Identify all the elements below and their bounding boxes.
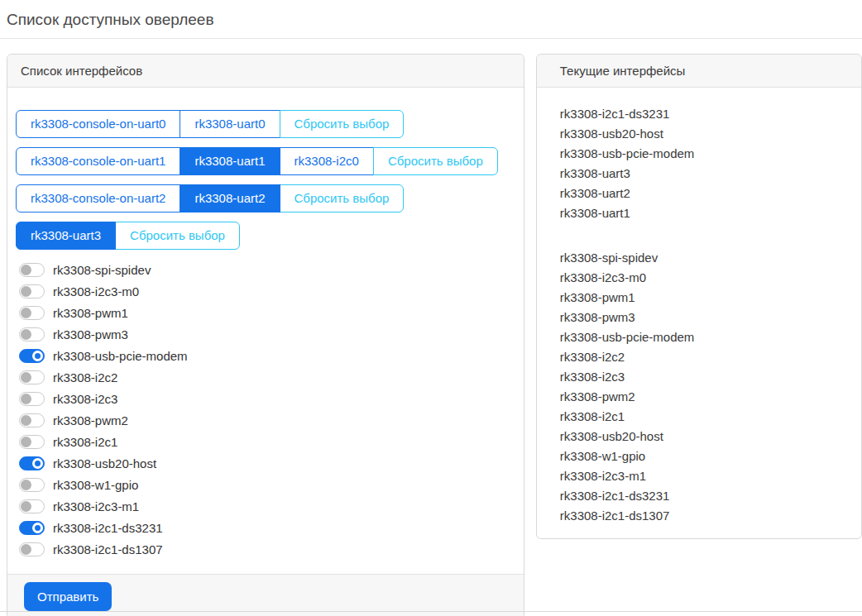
overlay-button-rk3308-console-on-uart1[interactable]: rk3308-console-on-uart1 <box>16 147 180 175</box>
reset-selection-button[interactable]: Сбросить выбор <box>280 110 405 138</box>
overlay-button-group: rk3308-uart3Сбросить выбор <box>16 222 240 250</box>
current-interfaces-card: Текущие интерфейсы rk3308-i2c1-ds3231rk3… <box>536 54 862 539</box>
toggle-switch-rk3308-i2c3-m0[interactable] <box>19 284 45 298</box>
toggle-switch-rk3308-i2c1-ds3231[interactable] <box>19 521 45 535</box>
toggle-label: rk3308-i2c2 <box>53 370 117 384</box>
toggle-knob <box>21 394 31 404</box>
current-interfaces-list: rk3308-i2c1-ds3231rk3308-usb20-hostrk330… <box>537 88 861 538</box>
overlay-button-rk3308-uart1[interactable]: rk3308-uart1 <box>180 147 280 175</box>
toggle-knob <box>32 523 43 533</box>
toggle-switch-rk3308-i2c3[interactable] <box>19 392 45 406</box>
interface-item: rk3308-usb20-host <box>560 127 663 141</box>
toggle-switch-rk3308-w1-gpio[interactable] <box>19 478 45 492</box>
interface-list-card-footer: Отправить <box>7 574 524 616</box>
interface-item: rk3308-usb-pcie-modem <box>560 330 695 344</box>
interface-item: rk3308-i2c3 <box>560 370 625 384</box>
interface-item: rk3308-pwm3 <box>560 310 635 324</box>
toggle-row: rk3308-pwm3 <box>19 323 515 345</box>
toggle-knob <box>21 480 31 490</box>
interface-item: rk3308-uart3 <box>560 166 630 180</box>
toggle-knob <box>21 329 31 340</box>
toggle-knob <box>21 544 31 555</box>
toggle-switch-rk3308-pwm1[interactable] <box>19 306 45 320</box>
toggle-row: rk3308-pwm1 <box>19 302 515 323</box>
overlay-button-rk3308-i2c0[interactable]: rk3308-i2c0 <box>280 147 374 175</box>
submit-button[interactable]: Отправить <box>24 582 112 611</box>
toggle-switch-rk3308-i2c3-m1[interactable] <box>19 499 45 513</box>
toggle-label: rk3308-i2c1-ds3231 <box>53 521 163 535</box>
toggle-label: rk3308-pwm3 <box>53 327 128 341</box>
interface-item: rk3308-i2c3-m1 <box>560 469 646 483</box>
toggle-switch-rk3308-i2c1[interactable] <box>19 435 45 449</box>
reset-selection-button[interactable]: Сбросить выбор <box>115 222 240 250</box>
reset-selection-button[interactable]: Сбросить выбор <box>373 147 498 175</box>
toggle-row: rk3308-i2c2 <box>19 366 515 388</box>
toggle-knob <box>21 308 31 318</box>
toggle-label: rk3308-spi-spidev <box>53 263 151 277</box>
interface-list-card-header: Список интерфейсов <box>7 55 524 88</box>
toggle-row: rk3308-w1-gpio <box>19 474 515 495</box>
toggle-label: rk3308-pwm2 <box>53 413 128 427</box>
toggle-knob <box>32 458 43 469</box>
interface-group: rk3308-i2c1-ds3231rk3308-usb20-hostrk330… <box>560 104 838 223</box>
interface-item: rk3308-uart2 <box>560 186 630 200</box>
toggle-knob <box>21 286 31 297</box>
overlay-button-group: rk3308-console-on-uart1rk3308-uart1rk330… <box>16 147 498 175</box>
interface-item: rk3308-w1-gpio <box>560 449 645 463</box>
toggle-switch-rk3308-spi-spidev[interactable] <box>19 263 45 277</box>
toggle-label: rk3308-pwm1 <box>53 306 128 320</box>
toggle-switch-rk3308-usb20-host[interactable] <box>19 456 45 470</box>
toggle-label: rk3308-i2c3-m1 <box>53 499 139 513</box>
toggle-switch-rk3308-pwm2[interactable] <box>19 413 45 427</box>
toggle-label: rk3308-i2c1 <box>53 435 117 449</box>
interface-item: rk3308-i2c1-ds3231 <box>560 107 670 121</box>
interface-item: rk3308-i2c1 <box>560 409 625 423</box>
next-card-top-edge <box>0 611 862 612</box>
interface-list-card: Список интерфейсов rk3308-console-on-uar… <box>7 54 524 616</box>
overlay-button-rk3308-uart3[interactable]: rk3308-uart3 <box>16 222 116 250</box>
interface-item: rk3308-i2c1-ds3231 <box>560 489 670 503</box>
toggle-switch-rk3308-i2c2[interactable] <box>19 370 45 384</box>
overlay-button-group: rk3308-console-on-uart0rk3308-uart0Сброс… <box>16 110 404 138</box>
toggle-switch-rk3308-pwm3[interactable] <box>19 327 45 341</box>
toggle-knob <box>32 351 43 361</box>
interface-list-card-body: rk3308-console-on-uart0rk3308-uart0Сброс… <box>7 88 524 574</box>
toggle-row: rk3308-i2c1-ds1307 <box>19 538 515 560</box>
toggle-row: rk3308-pwm2 <box>19 409 515 431</box>
page-title: Список доступных оверлеев <box>0 0 862 38</box>
overlay-button-rk3308-uart0[interactable]: rk3308-uart0 <box>180 110 280 138</box>
interface-item: rk3308-spi-spidev <box>560 251 658 265</box>
interface-item: rk3308-uart1 <box>560 206 630 220</box>
toggle-row: rk3308-usb-pcie-modem <box>19 345 515 366</box>
toggle-label: rk3308-usb20-host <box>53 456 156 470</box>
interface-group: rk3308-spi-spidevrk3308-i2c3-m0rk3308-pw… <box>560 248 838 526</box>
interface-item: rk3308-i2c3-m0 <box>560 270 646 284</box>
toggle-switch-rk3308-usb-pcie-modem[interactable] <box>19 349 45 363</box>
overlay-button-rows: rk3308-console-on-uart0rk3308-uart0Сброс… <box>16 110 515 250</box>
content-columns: Список интерфейсов rk3308-console-on-uar… <box>0 39 862 616</box>
overlay-button-group: rk3308-console-on-uart2rk3308-uart2Сброс… <box>16 184 404 212</box>
toggle-label: rk3308-usb-pcie-modem <box>53 349 188 363</box>
current-interfaces-card-header: Текущие интерфейсы <box>537 55 861 88</box>
interface-item: rk3308-i2c2 <box>560 350 625 364</box>
toggle-row: rk3308-i2c3-m1 <box>19 495 515 517</box>
reset-selection-button[interactable]: Сбросить выбор <box>280 184 405 212</box>
interface-item: rk3308-pwm1 <box>560 290 635 304</box>
toggle-row: rk3308-i2c3-m0 <box>19 280 515 302</box>
toggle-switch-rk3308-i2c1-ds1307[interactable] <box>19 542 45 556</box>
toggle-row: rk3308-usb20-host <box>19 452 515 474</box>
interface-item: rk3308-usb20-host <box>560 429 663 443</box>
toggle-knob <box>21 265 31 275</box>
toggle-knob <box>21 415 31 426</box>
toggle-row: rk3308-i2c1 <box>19 431 515 452</box>
overlay-button-rk3308-console-on-uart0[interactable]: rk3308-console-on-uart0 <box>16 110 180 138</box>
overlay-toggle-list: rk3308-spi-spidevrk3308-i2c3-m0rk3308-pw… <box>16 259 515 560</box>
toggle-knob <box>21 437 31 447</box>
toggle-knob <box>21 372 31 383</box>
toggle-label: rk3308-i2c3 <box>53 392 117 406</box>
interface-item: rk3308-pwm2 <box>560 389 635 404</box>
overlay-button-rk3308-uart2[interactable]: rk3308-uart2 <box>180 184 280 212</box>
overlay-button-rk3308-console-on-uart2[interactable]: rk3308-console-on-uart2 <box>16 184 180 212</box>
toggle-knob <box>21 501 31 512</box>
toggle-label: rk3308-i2c3-m0 <box>53 284 139 298</box>
